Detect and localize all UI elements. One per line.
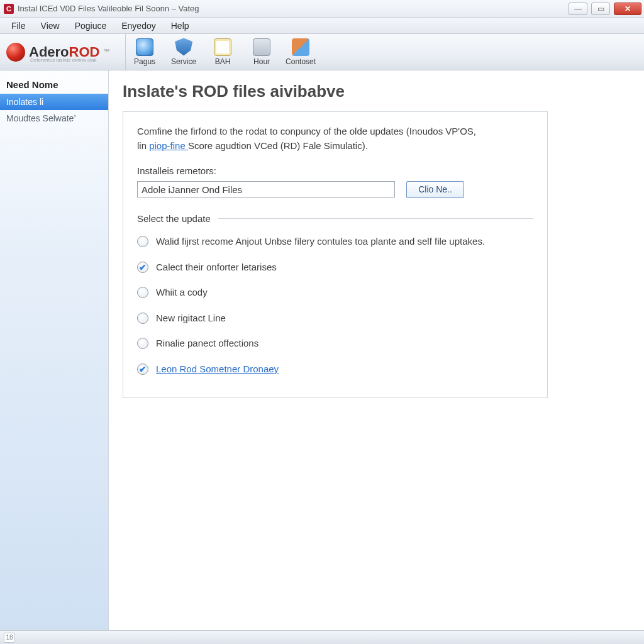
- globe-icon: [136, 38, 153, 56]
- maximize-button[interactable]: ▭: [591, 3, 610, 15]
- menu-enyedoy[interactable]: Enyedoy: [114, 19, 163, 33]
- window-title: Instal ICEd V0D Files Valileoble Fil Soo…: [18, 4, 569, 13]
- tiles-icon: [292, 38, 309, 56]
- field-label-installers: Installeis remetors:: [137, 164, 533, 179]
- menu-help[interactable]: Help: [164, 19, 197, 33]
- toolbar-buttons: Pagus Service BAH Hour Contoset: [125, 34, 321, 70]
- menubar: File View Pogiuce Enyedoy Help: [0, 18, 644, 34]
- radio-icon: [137, 338, 148, 349]
- intro-line-2a: lin: [137, 140, 149, 151]
- toolbar: AderoROD ™ Deferentos lashdz ekhna olak …: [0, 34, 644, 70]
- toolbar-btn-label: Hour: [253, 57, 270, 66]
- update-option-1[interactable]: Calect their onforter letarises: [137, 260, 533, 275]
- sidebar-header: Need Nome: [0, 75, 108, 94]
- toolbar-btn-pagus[interactable]: Pagus: [126, 34, 165, 70]
- update-option-3[interactable]: New rigitact Line: [137, 311, 533, 326]
- status-badge: 18: [4, 633, 15, 643]
- update-options: Walid fijrst recome Anjout Unbse filery …: [137, 235, 533, 376]
- minimize-button[interactable]: —: [569, 3, 587, 15]
- shield-icon: [175, 38, 192, 56]
- titlebar: C Instal ICEd V0D Files Valileoble Fil S…: [0, 0, 644, 18]
- toolbar-btn-hour[interactable]: Hour: [243, 34, 282, 70]
- section-header-label: Select the update: [137, 212, 211, 226]
- logo-tm: ™: [104, 47, 110, 54]
- update-option-2[interactable]: Whiit a cody: [137, 286, 533, 300]
- toolbar-btn-service[interactable]: Service: [165, 34, 204, 70]
- close-button[interactable]: ✕: [614, 3, 641, 15]
- document-icon: [214, 38, 231, 56]
- window-controls: — ▭ ✕: [569, 3, 641, 15]
- page-title: Inslate's ROD files aivibabve: [123, 82, 626, 101]
- logo-ball-icon: [6, 43, 25, 62]
- menu-view[interactable]: View: [33, 19, 67, 33]
- intro-text: Comfine the firfond to the rodat to conp…: [137, 125, 533, 153]
- intro-line-1: Comfine the firfond to the rodat to conp…: [137, 126, 476, 136]
- installers-input[interactable]: [137, 181, 395, 197]
- update-option-label: Walid fijrst recome Anjout Unbse filery …: [156, 235, 485, 249]
- toolbar-btn-label: Service: [171, 57, 196, 66]
- radio-icon: [137, 287, 148, 298]
- statusbar: 18: [0, 630, 644, 644]
- app-icon: C: [4, 4, 14, 14]
- update-option-5[interactable]: Leon Rod Sometner Dronaey: [137, 362, 533, 377]
- update-option-label: New rigitact Line: [156, 311, 226, 326]
- sidebar-item-inolates[interactable]: Inolates li: [0, 94, 108, 110]
- toolbar-btn-contoset[interactable]: Contoset: [282, 34, 321, 70]
- toolbar-btn-label: BAH: [215, 57, 231, 66]
- main-area: Need Nome Inolates li Moudtes Selwate’ I…: [0, 70, 644, 630]
- update-option-label: Calect their onforter letarises: [156, 260, 277, 275]
- intro-line-2b: Score agudtion VCed (RD) Fale Simulatic)…: [188, 140, 368, 151]
- browse-button[interactable]: Clio Ne..: [406, 181, 464, 198]
- toolbar-btn-bah[interactable]: BAH: [204, 34, 243, 70]
- sidebar-item-moudtes[interactable]: Moudtes Selwate’: [0, 110, 108, 126]
- menu-pogiuce[interactable]: Pogiuce: [67, 19, 114, 33]
- radio-icon: [137, 364, 148, 375]
- field-row-installers: Clio Ne..: [137, 181, 533, 198]
- settings-panel: Comfine the firfond to the rodat to conp…: [123, 111, 548, 398]
- update-option-4[interactable]: Rinalie panect offections: [137, 336, 533, 351]
- toolbar-btn-label: Pagus: [134, 57, 155, 66]
- radio-icon: [137, 313, 148, 324]
- intro-link[interactable]: piop-fine: [149, 140, 188, 151]
- toolbar-btn-label: Contoset: [286, 57, 316, 66]
- update-option-label: Whiit a cody: [156, 286, 208, 300]
- update-option-label: Rinalie panect offections: [156, 336, 258, 351]
- sidebar: Need Nome Inolates li Moudtes Selwate’: [0, 70, 109, 630]
- update-option-label: Leon Rod Sometner Dronaey: [156, 362, 279, 377]
- app-logo: AderoROD ™ Deferentos lashdz ekhna olak: [6, 43, 110, 62]
- update-option-0[interactable]: Walid fijrst recome Anjout Unbse filery …: [137, 235, 533, 249]
- section-header-update: Select the update: [137, 212, 533, 226]
- radio-icon: [137, 262, 148, 273]
- printer-icon: [253, 38, 270, 56]
- content: Inslate's ROD files aivibabve Comfine th…: [109, 70, 644, 630]
- menu-file[interactable]: File: [4, 19, 33, 33]
- logo-subtitle: Deferentos lashdz ekhna olak: [30, 57, 96, 63]
- section-rule: [218, 218, 533, 219]
- radio-icon: [137, 236, 148, 247]
